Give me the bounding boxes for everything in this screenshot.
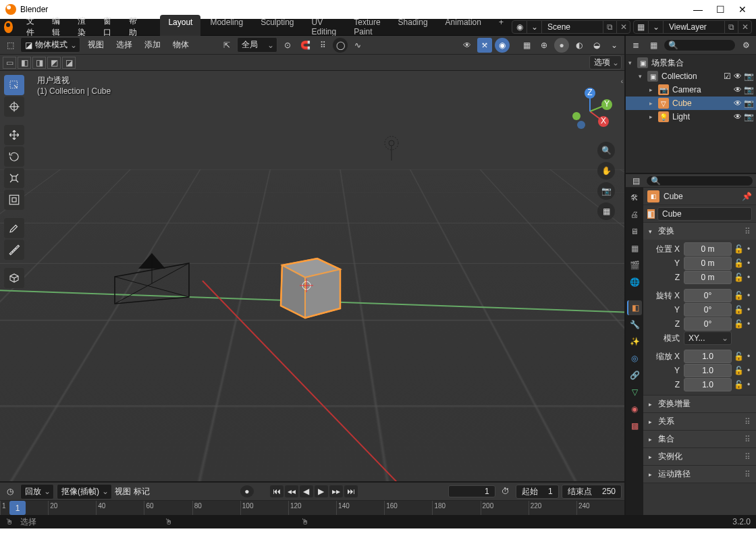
tab-scene[interactable]: 🎬 — [627, 258, 642, 273]
render-icon[interactable]: 📷 — [744, 112, 753, 121]
render-icon[interactable]: 📷 — [744, 99, 753, 108]
selmode-5[interactable]: ◪ — [62, 57, 76, 69]
tool-select-box[interactable] — [4, 75, 24, 95]
zoom-gizmo[interactable]: 🔍 — [597, 142, 615, 159]
tool-move[interactable] — [4, 125, 24, 145]
tab-particles[interactable]: ✨ — [627, 334, 642, 349]
overlays-toggle-icon[interactable]: ◉ — [495, 38, 510, 53]
outliner-scene-collection[interactable]: ▾▣ 场景集合 — [626, 56, 756, 70]
play-reverse-button[interactable]: ◀ — [300, 485, 313, 497]
crumb-object[interactable]: Cube — [664, 192, 683, 201]
outliner-filter-icon[interactable]: ⚙ — [738, 38, 753, 53]
lock-icon[interactable]: 🔓 — [733, 305, 744, 315]
lock-icon[interactable]: 🔓 — [733, 380, 744, 389]
outliner-item-light[interactable]: ▸ 💡 Light 👁📷 — [626, 110, 756, 124]
options-popover[interactable]: 选项 — [589, 55, 622, 70]
view3d-menu-object[interactable]: 物体 — [168, 39, 194, 51]
lock-icon[interactable]: 🔓 — [733, 319, 744, 329]
tool-rotate[interactable] — [4, 146, 24, 167]
eye-icon[interactable]: 👁 — [733, 112, 742, 121]
tab-object[interactable]: ◧ — [627, 300, 642, 315]
browse-scene-icon[interactable]: ⌄ — [527, 21, 542, 33]
rot-y[interactable]: 0° — [684, 303, 732, 317]
pivot-icon[interactable]: ⊙ — [280, 38, 295, 53]
loc-z[interactable]: 0 m — [684, 271, 732, 284]
snap-type-icon[interactable]: ⠿ — [315, 38, 330, 53]
minimize-button[interactable]: — — [693, 4, 703, 15]
default-cube[interactable] — [273, 250, 344, 322]
camera-gizmo-btn[interactable]: 📷 — [597, 182, 615, 200]
tab-modifiers[interactable]: 🔧 — [627, 317, 642, 332]
tool-annotate[interactable] — [4, 218, 24, 238]
panel-collections-header[interactable]: ▸集合⠿ — [643, 431, 756, 447]
timeline-track[interactable]: 1 20 40 60 80 100 120 140 160 180 200 22… — [0, 500, 624, 515]
timeline-menu-view[interactable]: 视图 — [115, 486, 131, 497]
n-panel-toggle[interactable]: ‹ — [621, 78, 623, 85]
maximize-button[interactable]: ☐ — [716, 4, 725, 15]
lock-icon[interactable]: 🔓 — [733, 291, 744, 300]
new-viewlayer-button[interactable]: ⧉ — [724, 21, 738, 33]
next-key-button[interactable]: ▸▸ — [329, 485, 343, 497]
eye-icon[interactable]: 👁 — [733, 99, 742, 108]
tool-scale[interactable] — [4, 168, 24, 188]
gizmo-toggle-icon[interactable]: ⤧ — [477, 38, 492, 53]
app-icon[interactable] — [4, 21, 13, 33]
autokey-toggle[interactable]: ● — [240, 485, 254, 497]
panel-relations-header[interactable]: ▸关系⠿ — [643, 413, 756, 430]
scale-y[interactable]: 1.0 — [684, 364, 732, 377]
viewlayer-name[interactable]: ViewLayer — [664, 22, 724, 32]
object-data-selector[interactable]: ◧ Cube — [643, 205, 756, 223]
editor-type-icon[interactable]: ⬚ — [3, 38, 18, 53]
snap-icon[interactable]: 🧲 — [298, 38, 313, 53]
eye-icon[interactable]: 👁 — [733, 72, 742, 81]
tab-render[interactable]: 🖨 — [627, 207, 642, 222]
scene-name[interactable]: Scene — [542, 22, 603, 32]
timeline-editor-type-icon[interactable]: ◷ — [3, 484, 18, 499]
orientation-selector[interactable]: 全局 — [237, 37, 277, 53]
lock-icon[interactable]: 🔓 — [733, 352, 744, 361]
shading-solid-icon[interactable]: ● — [554, 38, 569, 53]
rotation-mode-dropdown[interactable]: XY... — [684, 331, 732, 345]
rot-z[interactable]: 0° — [684, 317, 732, 331]
playback-popover[interactable]: 回放 — [20, 484, 54, 499]
outliner-editor-type-icon[interactable]: ≣ — [628, 38, 643, 53]
shading-rendered-icon[interactable]: ◒ — [589, 38, 604, 53]
pin-icon[interactable]: 📌 — [742, 192, 752, 201]
current-frame-field[interactable]: 1 — [448, 485, 495, 497]
tab-texture[interactable]: ▩ — [627, 418, 642, 433]
shading-wire-icon[interactable]: ⊕ — [537, 38, 551, 53]
lock-icon[interactable]: 🔓 — [733, 366, 744, 375]
panel-transform-header[interactable]: ▾变换⠿ — [643, 223, 756, 240]
render-icon[interactable]: 📷 — [744, 72, 753, 81]
tab-tool[interactable]: 🛠 — [627, 190, 642, 205]
outliner-collection[interactable]: ▾ ▣ Collection ☑👁📷 — [626, 70, 756, 83]
delete-viewlayer-button[interactable]: ✕ — [738, 21, 751, 33]
view3d-menu-view[interactable]: 视图 — [83, 39, 109, 51]
camera-gizmo[interactable] — [108, 250, 196, 310]
loc-x[interactable]: 0 m — [684, 242, 732, 256]
tab-constraints[interactable]: 🔗 — [627, 368, 642, 383]
delete-scene-button[interactable]: ✕ — [616, 21, 630, 33]
browse-viewlayer-icon[interactable]: ⌄ — [649, 21, 664, 33]
eye-icon[interactable]: 👁 — [733, 85, 742, 94]
lock-icon[interactable]: 🔓 — [733, 259, 744, 268]
outliner-display-mode-icon[interactable]: ▦ — [646, 38, 661, 53]
lock-icon[interactable]: 🔓 — [733, 273, 744, 282]
viewlayer-selector[interactable]: ▦ ⌄ ViewLayer ⧉ ✕ — [633, 20, 752, 34]
new-scene-button[interactable]: ⧉ — [603, 21, 616, 33]
prev-key-button[interactable]: ◂◂ — [285, 485, 298, 497]
view3d-menu-select[interactable]: 选择 — [111, 39, 137, 51]
tab-mesh[interactable]: ▽ — [627, 385, 642, 400]
selmode-1[interactable]: ▭ — [3, 57, 16, 69]
pan-gizmo[interactable]: ✋ — [597, 162, 615, 180]
jump-end-button[interactable]: ⏭ — [344, 485, 358, 497]
scene-light[interactable] — [378, 134, 405, 161]
loc-y[interactable]: 0 m — [684, 256, 732, 270]
outliner-search[interactable]: 🔍 — [664, 39, 736, 51]
tab-material[interactable]: ◉ — [627, 402, 642, 416]
lock-icon[interactable]: 🔓 — [733, 244, 744, 254]
frame-range-icon[interactable]: ⏱ — [498, 484, 513, 499]
tab-world[interactable]: 🌐 — [627, 275, 642, 290]
shading-dropdown-icon[interactable]: ⌄ — [607, 38, 622, 53]
object-mode-selector[interactable]: ◪ 物体模式 — [20, 37, 80, 53]
